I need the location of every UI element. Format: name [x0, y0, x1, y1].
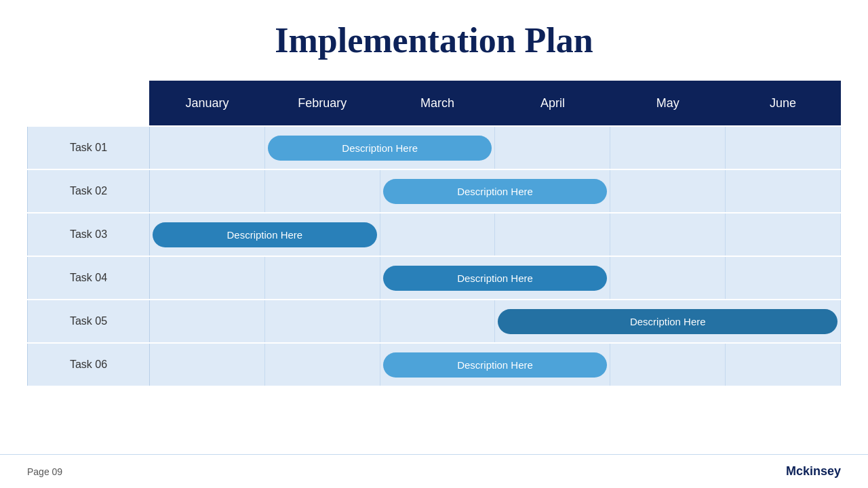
- footer-brand: Mckinsey: [786, 464, 841, 479]
- data-cell: [726, 169, 841, 213]
- task-bar: Description Here: [268, 136, 492, 161]
- task-bar: Description Here: [383, 266, 608, 291]
- header-empty-cell: [28, 81, 150, 127]
- data-cell: [150, 169, 265, 213]
- gantt-wrapper: January February March April May June Ta…: [0, 81, 868, 387]
- gantt-table: January February March April May June Ta…: [27, 81, 841, 387]
- data-cell: [610, 256, 726, 300]
- table-row: Task 02 Description Here: [28, 169, 841, 213]
- data-cell-bar: Description Here: [380, 256, 610, 300]
- data-cell: [150, 126, 265, 169]
- task-label: Task 05: [28, 300, 150, 343]
- data-cell: [150, 300, 265, 343]
- table-row: Task 05 Description Here: [28, 300, 841, 343]
- header-row: January February March April May June: [28, 81, 841, 127]
- header-march: March: [380, 81, 495, 127]
- data-cell: [264, 343, 380, 386]
- data-cell: [380, 213, 495, 256]
- task-bar: Description Here: [383, 352, 608, 378]
- data-cell: [150, 343, 265, 386]
- footer-page-label: Page 09: [27, 466, 62, 477]
- data-cell: [495, 213, 610, 256]
- table-row: Task 03 Description Here: [28, 213, 841, 256]
- footer: Page 09 Mckinsey: [0, 454, 868, 488]
- task-label: Task 02: [28, 169, 150, 213]
- data-cell-bar: Description Here: [150, 213, 380, 256]
- task-label: Task 03: [28, 213, 150, 256]
- data-cell: [380, 300, 495, 343]
- data-cell-bar: Description Here: [495, 300, 841, 343]
- data-cell: [726, 256, 841, 300]
- data-cell: [726, 126, 841, 169]
- header-january: January: [150, 81, 265, 127]
- header-april: April: [495, 81, 610, 127]
- task-label: Task 06: [28, 343, 150, 386]
- data-cell-bar: Description Here: [380, 343, 610, 386]
- data-cell: [150, 256, 265, 300]
- data-cell-bar: Description Here: [380, 169, 610, 213]
- table-row: Task 06 Description Here: [28, 343, 841, 386]
- task-bar: Description Here: [383, 179, 608, 204]
- data-cell: [726, 343, 841, 386]
- table-row: Task 04 Description Here: [28, 256, 841, 300]
- header-may: May: [610, 81, 726, 127]
- data-cell: [610, 343, 726, 386]
- data-cell: [726, 213, 841, 256]
- task-bar: Description Here: [153, 222, 377, 247]
- data-cell: [264, 300, 380, 343]
- data-cell: [495, 126, 610, 169]
- data-cell: [264, 256, 380, 300]
- data-cell: [610, 169, 726, 213]
- header-february: February: [264, 81, 380, 127]
- task-label: Task 01: [28, 126, 150, 169]
- page-title: Implementation Plan: [0, 0, 868, 81]
- data-cell: [264, 169, 380, 213]
- data-cell: [610, 126, 726, 169]
- table-row: Task 01 Description Here: [28, 126, 841, 169]
- data-cell-bar: Description Here: [264, 126, 495, 169]
- data-cell: [610, 213, 726, 256]
- task-bar: Description Here: [498, 309, 837, 334]
- header-june: June: [726, 81, 841, 127]
- task-label: Task 04: [28, 256, 150, 300]
